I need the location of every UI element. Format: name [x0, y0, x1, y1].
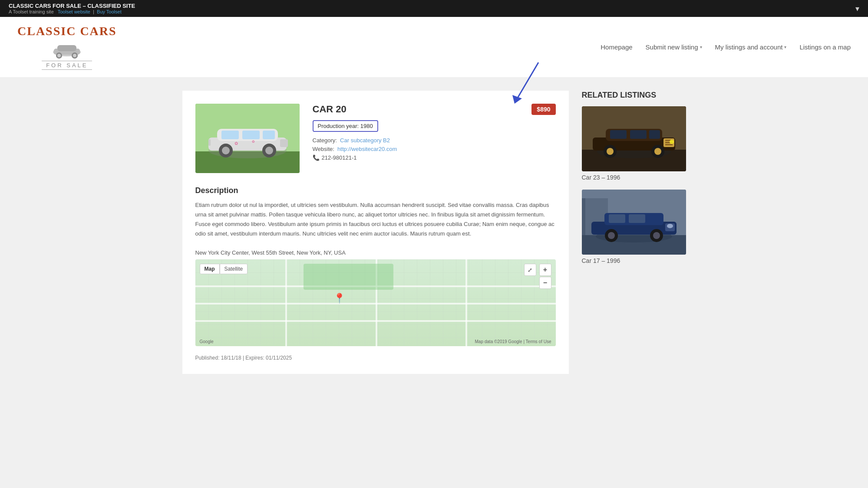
description-section: Description Etiam rutrum dolor ut nul la… [195, 186, 556, 239]
svg-rect-14 [242, 131, 260, 139]
svg-point-19 [265, 147, 273, 154]
description-text: Etiam rutrum dolor ut nul la impordiet, … [195, 200, 556, 239]
publish-info: Published: 18/11/18 | Expires: 01/11/202… [195, 355, 556, 361]
svg-point-55 [608, 232, 615, 239]
svg-point-6 [73, 54, 76, 57]
map-terms: Map data ©2019 Google | Terms of Use [475, 339, 551, 344]
website-link[interactable]: http://websitecar20.com [337, 146, 397, 152]
svg-rect-38 [665, 144, 673, 145]
main-nav: Homepage Submit new listing ▾ My listing… [601, 43, 851, 51]
category-link[interactable]: Car subcategory B2 [340, 137, 390, 144]
svg-rect-34 [649, 130, 660, 139]
logo: CLASSIC CARS FOR SALE [17, 24, 117, 70]
related-item-2[interactable]: Car 17 – 1996 [582, 190, 686, 264]
map-location-label: New York City Center, West 55th Street, … [195, 249, 556, 256]
production-year-box: Production year: 1980 [313, 120, 378, 132]
svg-text:✿: ✿ [234, 141, 238, 146]
listing-title-row: CAR 20 $890 [313, 104, 556, 115]
map-fullscreen-button[interactable]: ⤢ [524, 264, 536, 276]
map-controls: + − [539, 264, 551, 289]
logo-text-bottom: FOR SALE [42, 61, 92, 70]
nav-homepage[interactable]: Homepage [601, 43, 632, 51]
svg-rect-33 [630, 130, 647, 139]
description-title: Description [195, 186, 556, 195]
svg-rect-32 [610, 130, 627, 139]
phone-number: 212-980121-1 [322, 154, 357, 161]
phone-icon: 📞 [313, 154, 320, 161]
svg-rect-48 [582, 198, 585, 235]
nav-submit-listing[interactable]: Submit new listing ▾ [646, 43, 702, 51]
header: CLASSIC CARS FOR SALE Homepage Submit ne… [0, 17, 868, 78]
toolset-link[interactable]: Toolset website [58, 9, 90, 14]
map-tab-satellite[interactable]: Satellite [220, 264, 248, 274]
category-row: Category: Car subcategory B2 [313, 137, 556, 144]
related-item-1-image [582, 106, 686, 171]
map-zoom-out-button[interactable]: − [539, 277, 551, 289]
svg-text:✿: ✿ [252, 140, 255, 144]
website-row: Website: http://websitecar20.com [313, 146, 556, 152]
svg-point-4 [57, 54, 61, 57]
map-placeholder: 📍 [195, 259, 556, 346]
site-title: CLASSIC CARS FOR SALE – CLASSIFIED SITE [9, 3, 135, 9]
listing-car-image: ✿ ✿ [195, 104, 300, 173]
related-item-1-title[interactable]: Car 23 – 1996 [582, 174, 686, 181]
related-item-2-title[interactable]: Car 17 – 1996 [582, 257, 686, 264]
sidebar: RELATED LISTINGS [582, 91, 686, 374]
related-item-2-image [582, 190, 686, 255]
related-title: RELATED LISTINGS [582, 91, 686, 100]
svg-point-17 [222, 147, 230, 154]
collapse-icon[interactable]: ▾ [855, 4, 859, 13]
svg-point-43 [670, 140, 674, 144]
main-column: ✿ ✿ CAR 20 $890 [182, 91, 569, 374]
listing-image: ✿ ✿ [195, 104, 300, 173]
svg-rect-23 [208, 139, 211, 146]
logo-car-icon [50, 38, 84, 60]
svg-point-40 [607, 148, 614, 155]
top-bar: CLASSIC CARS FOR SALE – CLASSIFIED SITE … [0, 0, 868, 17]
svg-rect-13 [221, 131, 239, 139]
submit-chevron-icon: ▾ [700, 45, 702, 49]
map-zoom-in-button[interactable]: + [539, 264, 551, 276]
svg-marker-25 [512, 95, 522, 104]
listing-meta: Category: Car subcategory B2 Website: ht… [313, 137, 556, 161]
map-marker: 📍 [333, 293, 345, 304]
map-road-v3 [465, 259, 467, 346]
map-park-area [304, 264, 394, 290]
top-bar-left: CLASSIC CARS FOR SALE – CLASSIFIED SITE … [9, 3, 135, 14]
listing-title: CAR 20 [313, 104, 347, 115]
map-tab-row: Map Satellite [200, 264, 248, 274]
related-item-1[interactable]: Car 23 – 1996 [582, 106, 686, 181]
svg-rect-52 [609, 214, 625, 223]
buy-toolset-link[interactable]: Buy Toolset [97, 9, 122, 14]
price-badge: $890 [531, 104, 555, 115]
map-attribution: Google [200, 339, 214, 344]
phone-row: 📞 212-980121-1 [313, 154, 556, 161]
page-content: ✿ ✿ CAR 20 $890 [174, 91, 695, 374]
listing-header: ✿ ✿ CAR 20 $890 [195, 104, 556, 173]
listing-info: CAR 20 $890 Production year: 1980 Catego… [313, 104, 556, 161]
nav-listings-on-map[interactable]: Listings on a map [799, 43, 851, 51]
my-listings-chevron-icon: ▾ [784, 45, 786, 49]
map-container[interactable]: 📍 Map Satellite ⤢ + − Google Map data ©2… [195, 259, 556, 346]
svg-point-57 [653, 232, 660, 239]
svg-rect-15 [263, 131, 275, 139]
svg-point-42 [654, 148, 661, 155]
svg-rect-22 [280, 139, 288, 147]
map-tab-map[interactable]: Map [200, 264, 220, 274]
svg-point-59 [667, 224, 673, 228]
related-car-1-image [582, 106, 686, 171]
site-sub: A Toolset training site Toolset website … [9, 9, 135, 14]
map-road-v1 [285, 259, 287, 346]
svg-rect-2 [57, 45, 76, 51]
svg-rect-53 [629, 214, 645, 223]
related-car-2-image [582, 190, 686, 255]
listing-info-wrapper: CAR 20 $890 Production year: 1980 Catego… [313, 104, 556, 173]
nav-my-listings[interactable]: My listings and account ▾ [715, 43, 787, 51]
logo-text-top: CLASSIC CARS [17, 24, 117, 38]
